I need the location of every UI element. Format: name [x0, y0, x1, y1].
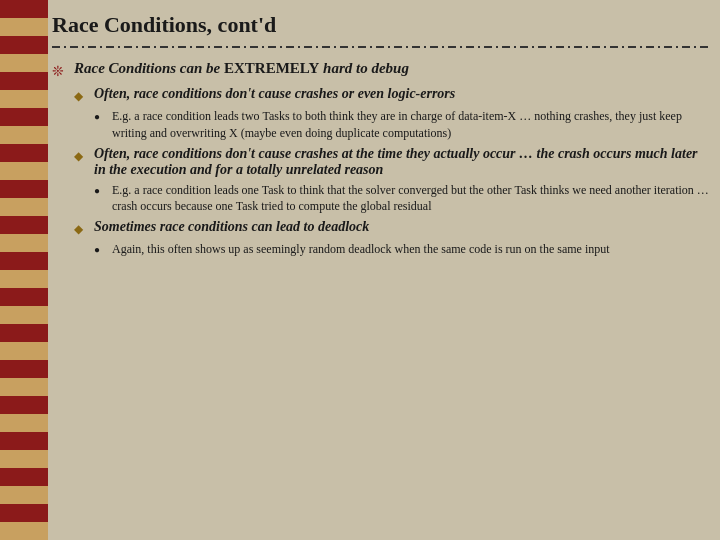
level3-container-2: ● E.g. a race condition leads one Task t…	[94, 182, 712, 216]
slide-title: Race Conditions, cont'd	[52, 12, 712, 38]
level1-intro: ❊ Race Conditions can be EXTREMELY hard …	[52, 60, 712, 80]
level2-container: ◆ Often, race conditions don't cause cra…	[74, 86, 712, 258]
slide-content: Race Conditions, cont'd ❊ Race Condition…	[52, 12, 712, 532]
diamond-bullet-2: ◆	[74, 149, 94, 164]
left-decorative-border	[0, 0, 48, 540]
level3-item-3: ● Again, this often shows up as seemingl…	[94, 241, 712, 258]
divider	[52, 46, 712, 48]
level2-text-2: Often, race conditions don't cause crash…	[94, 146, 712, 178]
circle-bullet-1: ●	[94, 111, 112, 122]
level2-item-3: ◆ Sometimes race conditions can lead to …	[74, 219, 712, 237]
level1-intro-text: Race Conditions can be EXTREMELY hard to…	[74, 60, 712, 77]
level3-text-2: E.g. a race condition leads one Task to …	[112, 182, 712, 216]
level3-text-1: E.g. a race condition leads two Tasks to…	[112, 108, 712, 142]
level3-text-3: Again, this often shows up as seemingly …	[112, 241, 712, 258]
circle-bullet-2: ●	[94, 185, 112, 196]
level2-item-1: ◆ Often, race conditions don't cause cra…	[74, 86, 712, 104]
level3-container-3: ● Again, this often shows up as seemingl…	[94, 241, 712, 258]
circle-bullet-3: ●	[94, 244, 112, 255]
level3-item-2: ● E.g. a race condition leads one Task t…	[94, 182, 712, 216]
level2-text-1: Often, race conditions don't cause crash…	[94, 86, 712, 102]
snowflake-icon: ❊	[52, 63, 64, 80]
level3-item-1: ● E.g. a race condition leads two Tasks …	[94, 108, 712, 142]
level2-text-3: Sometimes race conditions can lead to de…	[94, 219, 712, 235]
diamond-bullet-3: ◆	[74, 222, 94, 237]
diamond-bullet-1: ◆	[74, 89, 94, 104]
level2-item-2: ◆ Often, race conditions don't cause cra…	[74, 146, 712, 178]
snowflake-bullet: ❊	[52, 62, 74, 80]
level3-container-1: ● E.g. a race condition leads two Tasks …	[94, 108, 712, 142]
